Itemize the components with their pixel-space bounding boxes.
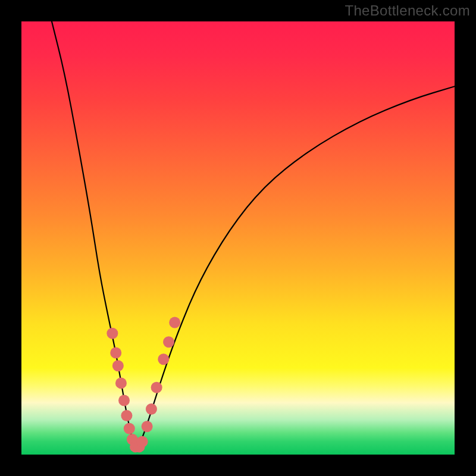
chart-svg: [21, 21, 455, 455]
watermark-text: TheBottleneck.com: [345, 2, 470, 19]
scatter-dot: [169, 317, 180, 328]
plot-area: [21, 21, 455, 455]
scatter-dot: [115, 377, 127, 389]
scatter-dot: [118, 395, 130, 406]
curve-right-branch: [136, 86, 455, 450]
scatter-markers: [107, 317, 180, 452]
scatter-dot: [163, 336, 174, 347]
scatter-dot: [112, 360, 124, 371]
scatter-dot: [146, 403, 157, 415]
scatter-dot: [110, 347, 121, 358]
chart-frame: TheBottleneck.com: [0, 0, 476, 476]
scatter-dot: [158, 353, 169, 365]
scatter-dot: [142, 421, 153, 432]
scatter-dot: [151, 382, 162, 393]
scatter-dot: [107, 328, 118, 339]
scatter-dot: [124, 423, 135, 434]
scatter-dot: [121, 410, 132, 421]
scatter-dot: [137, 436, 148, 447]
